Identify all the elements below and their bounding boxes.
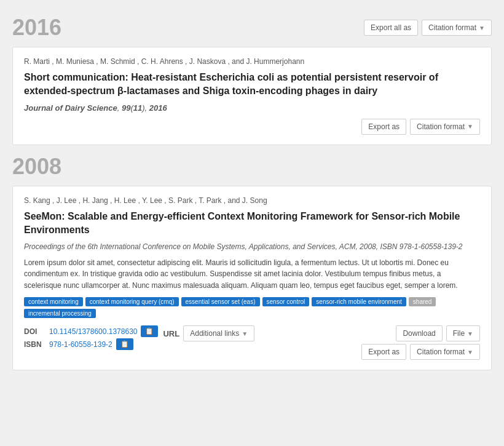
tag-incremental[interactable]: incremental processing (24, 309, 96, 318)
year-2008-label: 2008 (12, 154, 61, 180)
card-2016-authors: R. Marti , M. Muniesa , M. Schmid , C. H… (24, 57, 480, 66)
additional-links-button[interactable]: Additional links ▼ (183, 325, 254, 341)
journal-issue: 11 (133, 103, 142, 113)
export-all-bar: Export all as Citation format ▼ (364, 20, 492, 36)
citation-format-text-2016: Citation format (417, 122, 465, 131)
year-2016-heading: 2016 Export all as Citation format ▼ (12, 15, 492, 41)
dropdown-arrow: ▼ (479, 25, 485, 31)
card-2008-1: S. Kang , J. Lee , H. Jang , H. Lee , Y.… (12, 186, 492, 371)
download-button[interactable]: Download (396, 325, 442, 341)
card-2008-journal: Proceedings of the 6th International Con… (24, 242, 480, 251)
year-2008-heading: 2008 (12, 154, 492, 180)
tag-eas[interactable]: essential sensor set (eas) (181, 297, 260, 306)
page-container: 2016 Export all as Citation format ▼ R. … (0, 0, 504, 385)
doi-copy-button[interactable]: 📋 (141, 325, 158, 337)
journal-volume: 99 (122, 103, 130, 113)
card-2008-authors: S. Kang , J. Lee , H. Jang , H. Lee , Y.… (24, 196, 480, 205)
export-all-button[interactable]: Export all as (364, 20, 418, 36)
export-as-button-2008[interactable]: Export as (361, 344, 406, 360)
citation-format-button-2016-top[interactable]: Citation format ▼ (422, 20, 492, 36)
journal-name: Journal of Dairy Science (24, 103, 117, 113)
citation-arrow-2008: ▼ (467, 349, 473, 356)
citation-format-button-2016[interactable]: Citation format ▼ (410, 119, 480, 135)
tag-shared[interactable]: shared (409, 297, 436, 306)
card-2008-tags: context monitoring context monitoring qu… (24, 297, 480, 318)
doi-isbn-block: DOI 10.1145/1378600.1378630 📋 ISBN 978-1… (24, 325, 158, 350)
additional-links-arrow: ▼ (242, 330, 248, 337)
isbn-value: 978-1-60558-139-2 (49, 340, 112, 349)
right-actions: Download File ▼ Export as Citation forma… (361, 325, 480, 360)
citation-format-text-2008: Citation format (417, 348, 465, 356)
dropdown-arrow-2016: ▼ (467, 123, 473, 130)
middle-block: URL Additional links ▼ (163, 325, 254, 341)
card-2008-abstract: Lorem ipsum dolor sit amet, consectetur … (24, 257, 480, 292)
file-arrow: ▼ (467, 330, 473, 337)
card-2008-title: SeeMon: Scalable and Energy-efficient Co… (24, 210, 480, 237)
card-2016-title: Short communication: Heat-resistant Esch… (24, 71, 480, 98)
export-as-button-2016[interactable]: Export as (361, 119, 406, 135)
file-label: File (453, 329, 465, 338)
tag-context-monitoring[interactable]: context monitoring (24, 297, 83, 306)
tag-sensor-rich[interactable]: sensor-rich mobile environment (312, 297, 406, 306)
card-2016-1: R. Marti , M. Muniesa , M. Schmid , C. H… (12, 47, 492, 145)
url-label: URL (163, 329, 179, 338)
export-action-row: Export as Citation format ▼ (361, 344, 480, 360)
card-2016-footer: Export as Citation format ▼ (24, 119, 480, 135)
citation-format-label-2016-top: Citation format (428, 23, 476, 32)
tag-sensor-control[interactable]: sensor control (262, 297, 310, 306)
card-2008-links-row: DOI 10.1145/1378600.1378630 📋 ISBN 978-1… (24, 325, 480, 360)
url-action-row: URL Additional links ▼ (163, 325, 254, 341)
download-action-row: Download File ▼ (396, 325, 480, 341)
doi-line: DOI 10.1145/1378600.1378630 📋 (24, 325, 158, 337)
doi-value[interactable]: 10.1145/1378600.1378630 (49, 327, 137, 336)
journal-year: 2016 (149, 103, 167, 113)
isbn-label: ISBN (24, 340, 45, 349)
file-button[interactable]: File ▼ (446, 325, 480, 341)
doi-label: DOI (24, 327, 45, 336)
isbn-copy-button[interactable]: 📋 (116, 338, 133, 350)
tag-cmq[interactable]: context monitoring query (cmq) (85, 297, 179, 306)
year-2016-label: 2016 (12, 15, 61, 41)
card-2016-journal: Journal of Dairy Science, 99(11), 2016 (24, 103, 480, 113)
additional-links-text: Additional links (190, 329, 239, 338)
isbn-line: ISBN 978-1-60558-139-2 📋 (24, 338, 158, 350)
citation-format-button-2008[interactable]: Citation format ▼ (410, 344, 480, 360)
